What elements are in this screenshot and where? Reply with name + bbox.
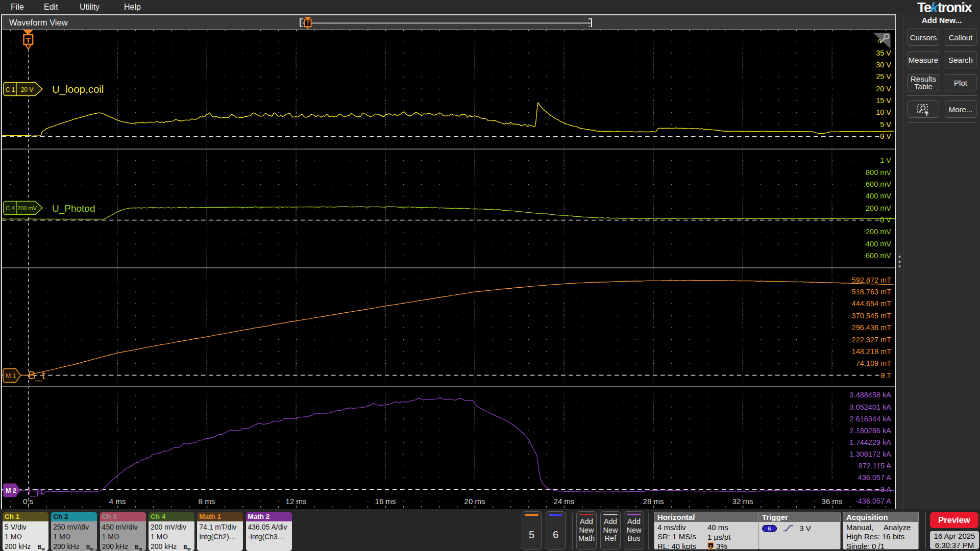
svg-text:20 V: 20 V: [876, 85, 891, 93]
svg-text:1 V: 1 V: [880, 156, 891, 164]
svg-text:600 mV: 600 mV: [866, 180, 891, 188]
svg-text:800 mV: 800 mV: [866, 168, 891, 177]
svg-text:592.872 mT: 592.872 mT: [852, 276, 892, 284]
svg-text:436.057 A: 436.057 A: [858, 473, 892, 482]
svg-text:C 1: C 1: [6, 86, 15, 93]
svg-text:M 2: M 2: [6, 487, 16, 494]
svg-text:370.545 mT: 370.545 mT: [852, 312, 892, 320]
svg-text:0 V: 0 V: [880, 216, 891, 224]
svg-text:222.327 mT: 222.327 mT: [852, 336, 892, 344]
svg-text:-400 mV: -400 mV: [863, 240, 891, 248]
svg-text:0 T: 0 T: [880, 371, 891, 380]
svg-text:8 ms: 8 ms: [199, 497, 215, 506]
svg-text:U_Photod: U_Photod: [52, 203, 95, 214]
svg-text:2.180286 kA: 2.180286 kA: [850, 427, 892, 435]
svg-text:15 V: 15 V: [876, 96, 891, 105]
svg-text:3.488458 kA: 3.488458 kA: [850, 391, 892, 399]
svg-text:200 mV: 200 mV: [17, 205, 37, 211]
svg-text:872.115 A: 872.115 A: [859, 462, 892, 470]
svg-text:T: T: [26, 36, 31, 44]
svg-text:74.109 mT: 74.109 mT: [856, 359, 891, 367]
svg-text:0 s: 0 s: [23, 497, 33, 506]
svg-text:-436.057 A: -436.057 A: [855, 497, 891, 505]
svg-text:T: T: [306, 21, 309, 27]
svg-text:35 V: 35 V: [876, 49, 891, 57]
svg-text:0 V: 0 V: [880, 132, 891, 140]
svg-text:518.763 mT: 518.763 mT: [852, 288, 892, 296]
svg-text:24 ms: 24 ms: [554, 497, 575, 506]
svg-text:B_t: B_t: [28, 369, 45, 382]
svg-text:200 mV: 200 mV: [866, 204, 891, 212]
svg-text:10 V: 10 V: [876, 108, 891, 116]
svg-text:3.052401 kA: 3.052401 kA: [850, 403, 892, 411]
svg-text:-600 mV: -600 mV: [863, 252, 891, 260]
svg-text:-200 mV: -200 mV: [863, 228, 891, 236]
svg-text:C 4: C 4: [6, 205, 15, 211]
svg-text:2.616344 kA: 2.616344 kA: [850, 415, 892, 423]
svg-text:36 ms: 36 ms: [822, 497, 843, 506]
svg-text:20 ms: 20 ms: [464, 497, 485, 506]
svg-text:U_loop,coil: U_loop,coil: [52, 83, 104, 95]
svg-text:400 mV: 400 mV: [866, 192, 891, 200]
svg-text:28 ms: 28 ms: [643, 497, 664, 506]
svg-text:5 V: 5 V: [880, 120, 891, 129]
svg-text:1.308172 kA: 1.308172 kA: [850, 450, 892, 458]
svg-text:I_p: I_p: [28, 485, 42, 497]
svg-text:16 ms: 16 ms: [375, 497, 396, 506]
svg-text:296.436 mT: 296.436 mT: [852, 323, 892, 332]
svg-text:4 ms: 4 ms: [109, 497, 126, 506]
svg-text:1.744229 kA: 1.744229 kA: [850, 438, 892, 446]
svg-text:32 ms: 32 ms: [732, 497, 753, 506]
svg-text:25 V: 25 V: [876, 72, 891, 81]
svg-text:12 ms: 12 ms: [286, 497, 307, 506]
svg-text:30 V: 30 V: [876, 61, 891, 69]
svg-text:0 A: 0 A: [880, 485, 891, 493]
svg-text:148.218 mT: 148.218 mT: [852, 347, 892, 356]
svg-text:444.654 mT: 444.654 mT: [852, 299, 892, 308]
svg-text:M 1: M 1: [6, 372, 16, 380]
svg-text:20 V: 20 V: [21, 86, 34, 93]
svg-text:T: T: [709, 544, 712, 548]
